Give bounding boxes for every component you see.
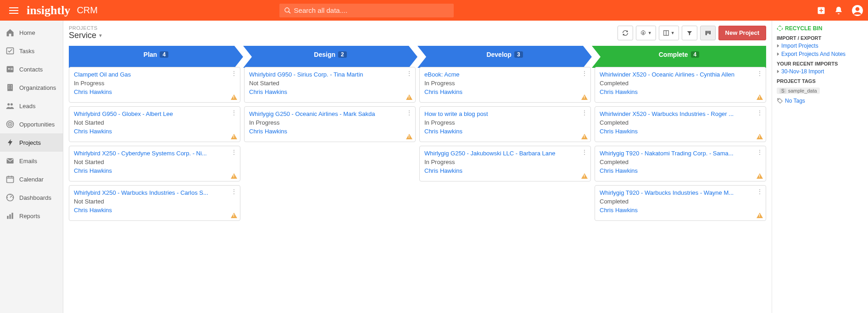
card-menu-button[interactable]: ⋮ [757, 188, 763, 195]
project-card[interactable]: ⋮eBook: AcmeIn ProgressChris Hawkins [419, 67, 591, 103]
card-title-link[interactable]: How to write a blog post [424, 110, 579, 117]
card-menu-button[interactable]: ⋮ [231, 188, 237, 195]
card-menu-button[interactable]: ⋮ [581, 70, 588, 77]
stage-label: Plan [144, 51, 157, 58]
card-title-link[interactable]: Whirlwinder X520 - Warbucks Industries -… [600, 110, 755, 117]
project-card[interactable]: ⋮Whirlygig T920 - Warbucks Industries - … [595, 185, 766, 221]
sidebar-item-emails[interactable]: Emails [0, 152, 63, 170]
project-card[interactable]: ⋮Whirlybird G950 - Sirius Corp. - Tina M… [244, 67, 416, 103]
svg-rect-18 [11, 88, 12, 89]
stage-design[interactable]: Design2 [243, 46, 417, 63]
view-selector[interactable]: Service ▼ [69, 31, 103, 40]
svg-rect-24 [7, 158, 14, 164]
import-export-title: IMPORT / EXPORT [777, 35, 863, 41]
card-owner-link[interactable]: Chris Hawkins [74, 128, 235, 135]
card-menu-button[interactable]: ⋮ [581, 149, 588, 155]
card-menu-button[interactable]: ⋮ [757, 149, 763, 155]
sidebar-item-reports[interactable]: Reports [0, 207, 63, 225]
no-tags-label: No Tags [785, 98, 805, 104]
card-title-link[interactable]: eBook: Acme [424, 71, 579, 78]
card-title-link[interactable]: Clampett Oil and Gas [74, 71, 229, 78]
warning-icon [231, 173, 237, 179]
new-project-button[interactable]: New Project [718, 26, 766, 40]
card-owner-link[interactable]: Chris Hawkins [600, 88, 761, 95]
import-projects-link[interactable]: Import Projects [777, 43, 863, 49]
card-title-link[interactable]: Whirlygig G250 - Oceanic Airlines - Mark… [249, 110, 404, 117]
projects-icon [6, 138, 17, 147]
card-status-label: Not Started [74, 119, 235, 126]
tag-prefix: S [779, 88, 786, 93]
project-card[interactable]: ⋮Whirlygig T920 - Nakatomi Trading Corp.… [595, 146, 766, 181]
project-card[interactable]: ⋮Whirlybird G950 - Globex - Albert LeeNo… [69, 106, 240, 142]
sidebar-item-projects[interactable]: Projects [0, 133, 63, 152]
card-menu-button[interactable]: ⋮ [231, 149, 237, 155]
card-owner-link[interactable]: Chris Hawkins [74, 88, 235, 95]
notifications-button[interactable] [834, 6, 843, 15]
recent-import-link[interactable]: 30-Nov-18 Import [777, 68, 863, 75]
card-menu-button[interactable]: ⋮ [231, 110, 237, 116]
card-menu-button[interactable]: ⋮ [581, 110, 588, 116]
export-projects-link[interactable]: Export Projects And Notes [777, 51, 863, 57]
no-tags-link[interactable]: No Tags [777, 98, 863, 104]
project-card[interactable]: ⋮Whirlybird X250 - Cyberdyne Systems Cor… [69, 146, 240, 181]
project-card[interactable]: ⋮Whirlwinder X520 - Warbucks Industries … [595, 106, 766, 142]
card-menu-button[interactable]: ⋮ [757, 70, 763, 77]
sidebar-item-leads[interactable]: Leads [0, 97, 63, 115]
filter-button[interactable] [682, 26, 697, 40]
card-owner-link[interactable]: Chris Hawkins [74, 167, 235, 174]
card-title-link[interactable]: Whirlygig T920 - Nakatomi Trading Corp. … [600, 150, 755, 157]
add-new-button[interactable] [817, 6, 826, 15]
card-owner-link[interactable]: Chris Hawkins [600, 207, 761, 214]
card-title-link[interactable]: Whirlybird G950 - Globex - Albert Lee [74, 110, 229, 117]
stage-complete[interactable]: Complete4 [592, 46, 766, 63]
card-status-label: Not Started [74, 198, 235, 205]
card-menu-button[interactable]: ⋮ [406, 110, 412, 116]
project-card[interactable]: ⋮Whirlybird X250 - Warbucks Industries -… [69, 185, 240, 221]
sidebar-item-contacts[interactable]: Contacts [0, 60, 63, 78]
search-input[interactable] [279, 4, 454, 17]
card-menu-button[interactable]: ⋮ [757, 110, 763, 116]
card-status-label: In Progress [424, 119, 586, 126]
hamburger-menu-button[interactable] [5, 5, 23, 16]
card-owner-link[interactable]: Chris Hawkins [424, 167, 586, 174]
card-title-link[interactable]: Whirlygig G250 - Jakubowski LLC - Barbar… [424, 150, 579, 157]
project-card[interactable]: ⋮Whirlygig G250 - Oceanic Airlines - Mar… [244, 106, 416, 142]
sidebar-item-calendar[interactable]: Calendar [0, 170, 63, 188]
sidebar-item-opportunities[interactable]: Opportunities [0, 115, 63, 133]
card-owner-link[interactable]: Chris Hawkins [424, 88, 586, 95]
card-owner-link[interactable]: Chris Hawkins [249, 88, 411, 95]
card-menu-button[interactable]: ⋮ [231, 70, 237, 77]
project-card[interactable]: ⋮Clampett Oil and GasIn ProgressChris Ha… [69, 67, 240, 103]
project-card[interactable]: ⋮How to write a blog postIn ProgressChri… [419, 106, 591, 142]
card-title-link[interactable]: Whirlybird X250 - Warbucks Industries - … [74, 189, 229, 196]
sidebar-item-organizations[interactable]: Organizations [0, 78, 63, 97]
card-owner-link[interactable]: Chris Hawkins [74, 207, 235, 214]
card-owner-link[interactable]: Chris Hawkins [600, 128, 761, 135]
sidebar-item-dashboards[interactable]: Dashboards [0, 188, 63, 207]
project-card[interactable]: ⋮Whirlwinder X520 - Oceanic Airlines - C… [595, 67, 766, 103]
card-owner-link[interactable]: Chris Hawkins [249, 128, 411, 135]
recycle-bin-label: RECYCLE BIN [785, 25, 822, 32]
card-owner-link[interactable]: Chris Hawkins [600, 167, 761, 174]
refresh-button[interactable] [618, 26, 633, 40]
recycle-bin-link[interactable]: RECYCLE BIN [777, 25, 863, 32]
settings-dropdown-button[interactable]: ▼ [636, 26, 656, 40]
card-title-link[interactable]: Whirlwinder X520 - Oceanic Airlines - Cy… [600, 71, 755, 78]
svg-rect-39 [705, 31, 707, 35]
svg-rect-10 [11, 68, 13, 69]
project-card[interactable]: ⋮Whirlygig G250 - Jakubowski LLC - Barba… [419, 146, 591, 181]
card-title-link[interactable]: Whirlybird G950 - Sirius Corp. - Tina Ma… [249, 71, 404, 78]
calendar-icon [6, 175, 17, 184]
card-title-link[interactable]: Whirlybird X250 - Cyberdyne Systems Corp… [74, 150, 229, 157]
user-avatar-button[interactable] [851, 5, 863, 16]
card-title-link[interactable]: Whirlygig T920 - Warbucks Industries - W… [600, 189, 755, 196]
sidebar-item-home[interactable]: Home [0, 23, 63, 42]
sidebar-item-tasks[interactable]: Tasks [0, 42, 63, 60]
card-owner-link[interactable]: Chris Hawkins [424, 128, 586, 135]
card-menu-button[interactable]: ⋮ [406, 70, 412, 77]
kanban-view-button[interactable] [700, 26, 716, 40]
stage-develop[interactable]: Develop3 [417, 46, 592, 63]
tag-sample-data[interactable]: S sample_data [777, 88, 820, 94]
layout-dropdown-button[interactable]: ▼ [659, 26, 679, 40]
stage-plan[interactable]: Plan4 [69, 46, 243, 63]
